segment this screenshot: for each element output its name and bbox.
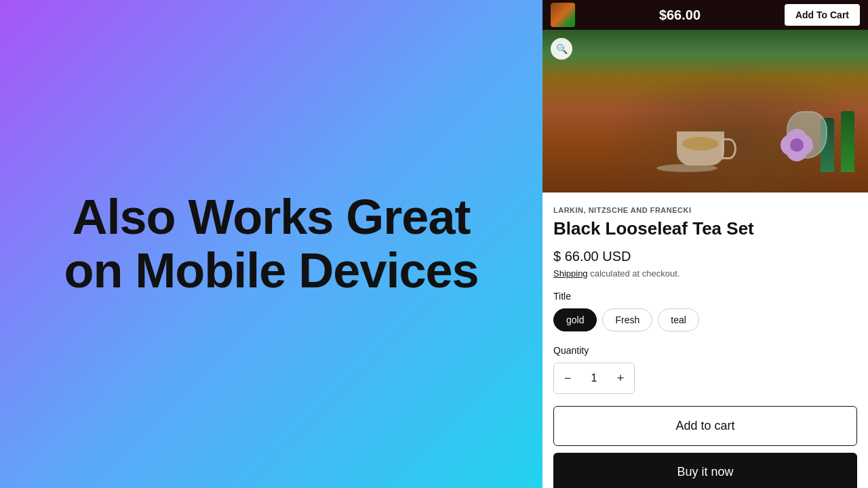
shipping-note: calculated at checkout. <box>588 268 680 279</box>
shipping-link[interactable]: Shipping <box>553 268 588 279</box>
headline-line1: Also Works Great <box>73 190 471 244</box>
headline-line2: on Mobile Devices <box>64 243 478 298</box>
add-to-cart-button[interactable]: Add to cart <box>553 406 857 446</box>
quantity-label: Quantity <box>553 345 857 356</box>
product-content: 🔍 LARKIN, NITZSCHE AND FRANECKI Black Lo… <box>542 30 868 488</box>
quantity-increase-button[interactable]: + <box>607 363 634 393</box>
sticky-add-to-cart-button[interactable]: Add To Cart <box>785 4 860 26</box>
quantity-decrease-button[interactable]: − <box>554 363 581 393</box>
product-details: LARKIN, NITZSCHE AND FRANECKI Black Loos… <box>542 192 868 488</box>
title-label: Title <box>553 291 857 302</box>
variant-teal[interactable]: teal <box>658 308 699 331</box>
price-row: $ 66.00 USD <box>553 249 857 264</box>
variant-fresh[interactable]: Fresh <box>602 308 652 331</box>
zoom-icon[interactable]: 🔍 <box>551 38 572 60</box>
shipping-info: Shipping calculated at checkout. <box>553 268 857 279</box>
product-price: $ 66.00 USD <box>553 249 631 264</box>
right-panel: $66.00 Add To Cart 🔍 LARKIN, NITZSCHE AN… <box>542 0 868 488</box>
variant-gold[interactable]: gold <box>553 308 597 331</box>
vendor-name: LARKIN, NITZSCHE AND FRANECKI <box>553 206 857 214</box>
buy-it-now-button[interactable]: Buy it now <box>553 453 857 488</box>
quantity-control: − 1 + <box>553 363 635 394</box>
product-title: Black Looseleaf Tea Set <box>553 218 857 239</box>
variant-group: gold Fresh teal <box>553 308 857 331</box>
tea-scene <box>542 30 868 192</box>
sticky-bar: $66.00 Add To Cart <box>542 0 868 30</box>
bottle-green-1 <box>841 111 854 172</box>
tea-liquid <box>682 137 719 150</box>
left-panel: Also Works Great on Mobile Devices <box>0 0 542 488</box>
sticky-thumbnail <box>551 3 575 27</box>
headline: Also Works Great on Mobile Devices <box>64 190 478 298</box>
flower <box>790 138 804 152</box>
tea-cup <box>677 131 724 165</box>
quantity-value: 1 <box>581 372 607 384</box>
sticky-price: $66.00 <box>575 7 785 23</box>
product-image: 🔍 <box>542 30 868 192</box>
teapot <box>787 111 827 159</box>
